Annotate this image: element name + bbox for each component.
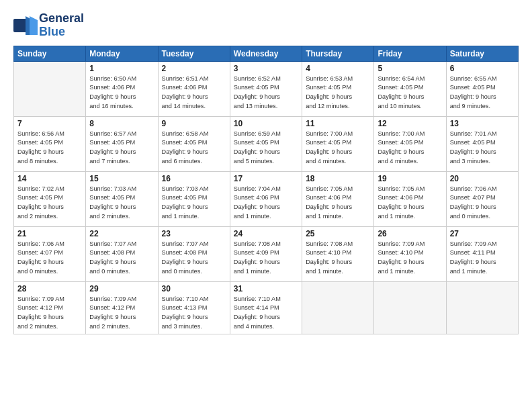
day-info: Sunrise: 7:06 AMSunset: 4:07 PMDaylight:… — [17, 240, 82, 277]
weekday-header: Saturday — [446, 46, 518, 61]
day-number: 11 — [306, 119, 370, 128]
calendar-cell: 14Sunrise: 7:02 AMSunset: 4:05 PMDayligh… — [14, 171, 86, 226]
day-number: 24 — [234, 229, 298, 238]
day-info: Sunrise: 7:01 AMSunset: 4:05 PMDaylight:… — [450, 130, 515, 167]
day-info: Sunrise: 7:05 AMSunset: 4:06 PMDaylight:… — [378, 185, 442, 222]
calendar-cell: 1Sunrise: 6:50 AMSunset: 4:06 PMDaylight… — [86, 61, 158, 116]
calendar-header-row: SundayMondayTuesdayWednesdayThursdayFrid… — [14, 46, 519, 61]
day-number: 5 — [378, 64, 442, 73]
calendar-cell: 3Sunrise: 6:52 AMSunset: 4:05 PMDaylight… — [230, 61, 302, 116]
calendar-cell: 5Sunrise: 6:54 AMSunset: 4:05 PMDaylight… — [374, 61, 446, 116]
calendar-table: SundayMondayTuesdayWednesdayThursdayFrid… — [13, 46, 519, 334]
weekday-header: Thursday — [302, 46, 374, 61]
weekday-header: Tuesday — [158, 46, 230, 61]
weekday-header: Sunday — [14, 46, 86, 61]
day-number: 21 — [17, 229, 82, 238]
day-number: 2 — [162, 64, 226, 73]
day-info: Sunrise: 6:52 AMSunset: 4:05 PMDaylight:… — [234, 75, 298, 111]
day-info: Sunrise: 7:00 AMSunset: 4:05 PMDaylight:… — [306, 130, 370, 167]
day-number: 20 — [450, 174, 515, 183]
day-number: 3 — [234, 64, 298, 73]
day-info: Sunrise: 7:08 AMSunset: 4:09 PMDaylight:… — [234, 240, 298, 277]
day-info: Sunrise: 6:54 AMSunset: 4:05 PMDaylight:… — [378, 75, 442, 111]
calendar-cell: 24Sunrise: 7:08 AMSunset: 4:09 PMDayligh… — [230, 226, 302, 281]
calendar-cell: 29Sunrise: 7:09 AMSunset: 4:12 PMDayligh… — [86, 281, 158, 334]
day-number: 7 — [17, 119, 82, 128]
calendar-cell — [302, 281, 374, 334]
calendar-cell — [374, 281, 446, 334]
day-info: Sunrise: 7:09 AMSunset: 4:10 PMDaylight:… — [378, 240, 442, 277]
calendar-cell: 12Sunrise: 7:00 AMSunset: 4:05 PMDayligh… — [374, 116, 446, 171]
day-info: Sunrise: 6:53 AMSunset: 4:05 PMDaylight:… — [306, 75, 370, 111]
day-info: Sunrise: 7:07 AMSunset: 4:08 PMDaylight:… — [162, 240, 226, 277]
calendar-cell: 19Sunrise: 7:05 AMSunset: 4:06 PMDayligh… — [374, 171, 446, 226]
calendar-cell: 18Sunrise: 7:05 AMSunset: 4:06 PMDayligh… — [302, 171, 374, 226]
calendar-cell: 20Sunrise: 7:06 AMSunset: 4:07 PMDayligh… — [446, 171, 518, 226]
header: General Blue — [13, 12, 519, 39]
day-number: 8 — [89, 119, 154, 128]
calendar-cell — [446, 281, 518, 334]
day-info: Sunrise: 7:10 AMSunset: 4:13 PMDaylight:… — [162, 295, 226, 332]
day-number: 16 — [162, 174, 226, 183]
day-info: Sunrise: 7:05 AMSunset: 4:06 PMDaylight:… — [306, 185, 370, 222]
svg-marker-2 — [30, 16, 38, 35]
day-number: 22 — [89, 229, 154, 238]
calendar-cell: 8Sunrise: 6:57 AMSunset: 4:05 PMDaylight… — [86, 116, 158, 171]
calendar-cell: 25Sunrise: 7:08 AMSunset: 4:10 PMDayligh… — [302, 226, 374, 281]
day-info: Sunrise: 6:56 AMSunset: 4:05 PMDaylight:… — [17, 130, 82, 167]
day-number: 30 — [162, 284, 226, 293]
calendar-cell: 2Sunrise: 6:51 AMSunset: 4:06 PMDaylight… — [158, 61, 230, 116]
calendar-cell: 9Sunrise: 6:58 AMSunset: 4:05 PMDaylight… — [158, 116, 230, 171]
day-number: 15 — [89, 174, 154, 183]
day-number: 17 — [234, 174, 298, 183]
day-info: Sunrise: 7:09 AMSunset: 4:12 PMDaylight:… — [89, 295, 154, 332]
day-info: Sunrise: 7:03 AMSunset: 4:05 PMDaylight:… — [89, 185, 154, 222]
calendar-cell: 31Sunrise: 7:10 AMSunset: 4:14 PMDayligh… — [230, 281, 302, 334]
weekday-header: Wednesday — [230, 46, 302, 61]
day-info: Sunrise: 7:04 AMSunset: 4:06 PMDaylight:… — [234, 185, 298, 222]
day-info: Sunrise: 7:03 AMSunset: 4:05 PMDaylight:… — [162, 185, 226, 222]
day-number: 13 — [450, 119, 515, 128]
day-info: Sunrise: 6:59 AMSunset: 4:05 PMDaylight:… — [234, 130, 298, 167]
day-number: 10 — [234, 119, 298, 128]
day-info: Sunrise: 7:06 AMSunset: 4:07 PMDaylight:… — [450, 185, 515, 222]
calendar-cell: 16Sunrise: 7:03 AMSunset: 4:05 PMDayligh… — [158, 171, 230, 226]
calendar-cell: 23Sunrise: 7:07 AMSunset: 4:08 PMDayligh… — [158, 226, 230, 281]
calendar-cell: 26Sunrise: 7:09 AMSunset: 4:10 PMDayligh… — [374, 226, 446, 281]
calendar-cell: 6Sunrise: 6:55 AMSunset: 4:05 PMDaylight… — [446, 61, 518, 116]
day-info: Sunrise: 7:09 AMSunset: 4:12 PMDaylight:… — [17, 295, 82, 332]
day-number: 28 — [17, 284, 82, 293]
day-number: 18 — [306, 174, 370, 183]
day-info: Sunrise: 7:08 AMSunset: 4:10 PMDaylight:… — [306, 240, 370, 277]
day-number: 6 — [450, 64, 515, 73]
day-info: Sunrise: 6:50 AMSunset: 4:06 PMDaylight:… — [89, 75, 154, 111]
calendar-cell: 22Sunrise: 7:07 AMSunset: 4:08 PMDayligh… — [86, 226, 158, 281]
day-info: Sunrise: 7:09 AMSunset: 4:11 PMDaylight:… — [450, 240, 515, 277]
day-number: 23 — [162, 229, 226, 238]
day-number: 25 — [306, 229, 370, 238]
day-info: Sunrise: 6:55 AMSunset: 4:05 PMDaylight:… — [450, 75, 515, 111]
logo: General Blue — [13, 12, 84, 39]
day-number: 14 — [17, 174, 82, 183]
day-number: 1 — [89, 64, 154, 73]
day-info: Sunrise: 7:10 AMSunset: 4:14 PMDaylight:… — [234, 295, 298, 332]
logo-icon — [13, 16, 38, 35]
day-info: Sunrise: 6:57 AMSunset: 4:05 PMDaylight:… — [89, 130, 154, 167]
calendar-cell: 17Sunrise: 7:04 AMSunset: 4:06 PMDayligh… — [230, 171, 302, 226]
calendar-cell: 15Sunrise: 7:03 AMSunset: 4:05 PMDayligh… — [86, 171, 158, 226]
page: General Blue SundayMondayTuesdayWednesda… — [0, 0, 532, 411]
day-number: 27 — [450, 229, 515, 238]
calendar-cell: 27Sunrise: 7:09 AMSunset: 4:11 PMDayligh… — [446, 226, 518, 281]
calendar-cell: 4Sunrise: 6:53 AMSunset: 4:05 PMDaylight… — [302, 61, 374, 116]
logo-text-line1: General — [39, 12, 84, 26]
day-number: 26 — [378, 229, 442, 238]
day-number: 9 — [162, 119, 226, 128]
day-number: 29 — [89, 284, 154, 293]
calendar-cell — [14, 61, 86, 116]
weekday-header: Friday — [374, 46, 446, 61]
day-number: 12 — [378, 119, 442, 128]
calendar-cell: 30Sunrise: 7:10 AMSunset: 4:13 PMDayligh… — [158, 281, 230, 334]
day-number: 31 — [234, 284, 298, 293]
day-info: Sunrise: 7:02 AMSunset: 4:05 PMDaylight:… — [17, 185, 82, 222]
day-info: Sunrise: 6:51 AMSunset: 4:06 PMDaylight:… — [162, 75, 226, 111]
